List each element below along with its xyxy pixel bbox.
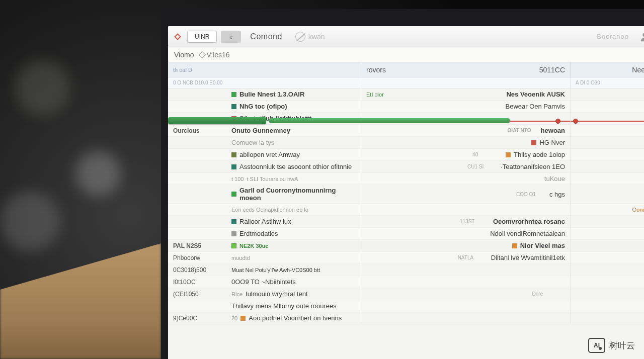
row-text: Eon ceds Oelnapidlonnon eo lo bbox=[231, 207, 308, 213]
table-row[interactable]: NhG toc (ofipo)Bewear Oen Pamvis bbox=[168, 101, 644, 113]
row-sidecode: 40 bbox=[472, 152, 503, 157]
row-mid-cell: 40Thilsy aode 1olop bbox=[361, 149, 571, 160]
table-row[interactable]: PhbooorwmuudtdNATLADlitanl lve Wvamtitin… bbox=[168, 252, 644, 264]
status-square-icon bbox=[231, 104, 236, 109]
row-text: Garll od Cuorronytnomunnirng moeon bbox=[239, 187, 356, 202]
table-row[interactable]: Sön·tutiluh llofdtubjettt bbox=[168, 113, 644, 125]
table-row[interactable]: Ralloor Astihw lux113STOeomvrorhntea ros… bbox=[168, 216, 644, 228]
subhdr-mid bbox=[361, 77, 571, 88]
row-text: abllopen vret Amway bbox=[239, 151, 300, 158]
table-row[interactable]: ErdtmodatiesNdoll vendiRomnetaalean bbox=[168, 228, 644, 240]
app-title: Comond bbox=[250, 32, 282, 41]
row-text: Ralloor Astihw lux bbox=[239, 218, 291, 225]
status-square-icon bbox=[231, 219, 236, 224]
table-row[interactable]: 9)Ce00C20Aoo podnel Voorntiert on tvenns bbox=[168, 312, 644, 324]
row-right-text: Bewear Oen Pamvis bbox=[506, 103, 566, 110]
row-far-cell bbox=[571, 149, 644, 160]
ghost-label: kwan bbox=[308, 33, 325, 41]
row-text: Asstoonniuk tse asooont othior ofitnnie bbox=[239, 163, 352, 170]
table-row[interactable]: abllopen vret Amway40Thilsy aode 1olop bbox=[168, 149, 644, 161]
toolbar: UINR e Comond kwan Bocranoo bbox=[168, 26, 644, 47]
row-sidecode: COO O1 bbox=[516, 192, 546, 197]
row-right-text: Oeomvrorhntea rosanc bbox=[493, 218, 565, 225]
col-mid[interactable]: rovors 5011CC bbox=[361, 62, 571, 77]
row-sidecode: Onre bbox=[532, 291, 562, 297]
table-row[interactable]: 0C3018)500Muat Nel Potu'y'I'w Awh-VC0S00… bbox=[168, 264, 644, 276]
row-aux: EtI dior bbox=[366, 92, 384, 98]
table-row[interactable]: OurciousOnuto GunnemneyOIAT NTOhewoan bbox=[168, 125, 644, 137]
sub-header: 0 O NCB D10.0 E0.00 A DI 0 O30 bbox=[168, 77, 644, 88]
col-left[interactable]: th oal D bbox=[168, 62, 361, 77]
tab-active[interactable]: Viomo bbox=[174, 51, 194, 59]
row-label: PAL N2S5 bbox=[173, 242, 228, 249]
table-row[interactable]: Comuew la tysHG Nver bbox=[168, 137, 644, 149]
row-left-cell: Bulie Nnest 1.3.OAIR bbox=[168, 88, 361, 100]
row-sidecode: CU1 SI bbox=[467, 164, 498, 169]
column-header: th oal D rovors 5011CC Nees bbox=[168, 62, 644, 77]
row-left-cell: I0t10OC0OO9 TO ~Nbiihintets bbox=[168, 276, 361, 288]
row-mid-cell: Nlor Vieel mas bbox=[361, 240, 571, 251]
row-label-2: Rice bbox=[231, 291, 243, 297]
row-mid-cell: CU1 SI·Teattonanifsieon 1EO bbox=[361, 161, 571, 172]
row-right-text: Thilsy aode 1olop bbox=[514, 151, 565, 158]
row-mid-cell bbox=[361, 276, 571, 288]
row-far-cell bbox=[571, 101, 644, 112]
table-row[interactable]: (CEt1050RiceIulmouin wrymral tentOnre bbox=[168, 288, 644, 300]
row-far-cell bbox=[571, 185, 644, 203]
row-left-cell: Asstoonniuk tse asooont othior ofitnnie bbox=[168, 161, 361, 172]
subhdr-right: A DI 0 O30 bbox=[571, 77, 644, 88]
row-text: Comuew la tys bbox=[231, 139, 274, 146]
diamond-icon bbox=[199, 51, 206, 58]
row-mid-cell bbox=[361, 300, 571, 312]
status-square-icon bbox=[231, 164, 236, 169]
row-left-cell: Eon ceds Oelnapidlonnon eo lo bbox=[168, 204, 361, 215]
table-row[interactable]: Garll od Cuorronytnomunnirng moeonCOO O1… bbox=[168, 185, 644, 204]
table-row[interactable]: PAL N2S5NE2K 30ucNlor Vieel mas bbox=[168, 240, 644, 252]
row-far-cell bbox=[571, 312, 644, 324]
table-row[interactable]: Bulie Nnest 1.3.OAIREtI diorNes Veoenik … bbox=[168, 88, 644, 101]
row-left-cell: abllopen vret Amway bbox=[168, 149, 361, 160]
tab-version[interactable]: V:les16 bbox=[200, 51, 229, 59]
row-text: Sön·tutiluh llofdtubjettt bbox=[239, 115, 311, 122]
row-right-text: HG Nver bbox=[539, 139, 565, 146]
table-row[interactable]: Eon ceds Oelnapidlonnon eo loOonco bbox=[168, 204, 644, 216]
row-mid-cell bbox=[361, 312, 571, 324]
row-left-cell: Erdtmodaties bbox=[168, 228, 361, 239]
col-right[interactable]: Nees bbox=[571, 62, 644, 77]
table-row[interactable]: I0t10OC0OO9 TO ~Nbiihintets bbox=[168, 276, 644, 288]
row-right-text: Ndoll vendiRomnetaalean bbox=[490, 230, 565, 237]
watermark: AI 树叶云 bbox=[588, 338, 635, 353]
row-right-text: Nes Veoenik AUSK bbox=[506, 91, 565, 98]
row-text: Onuto Gunnemney bbox=[231, 127, 290, 134]
col-left-icons: th oal D bbox=[173, 67, 192, 73]
row-text: NE2K 30uc bbox=[239, 243, 268, 249]
row-mid-cell: EtI diorNes Veoenik AUSK bbox=[361, 88, 571, 100]
toolbar-ghost-action[interactable]: kwan bbox=[295, 32, 325, 42]
row-right-text: ·Teattonanifsieon 1EO bbox=[501, 163, 565, 170]
row-label: (CEt1050 bbox=[173, 291, 228, 298]
row-text: muudtd bbox=[231, 255, 250, 261]
row-mid-cell: OIAT NTOhewoan bbox=[361, 125, 571, 136]
disabled-circle-icon bbox=[295, 32, 305, 42]
row-mid-cell: tuKoue bbox=[361, 173, 571, 185]
col-mid-right-label: 5011CC bbox=[539, 66, 565, 74]
status-square-icon bbox=[231, 243, 236, 248]
watermark-badge-icon: AI bbox=[588, 338, 605, 353]
table-row[interactable]: t 100t SLI Tourars ou nwAtuKoue bbox=[168, 173, 644, 185]
row-right-text: hewoan bbox=[541, 127, 565, 134]
col-mid-label: rovors bbox=[366, 66, 386, 74]
row-mid-cell bbox=[361, 204, 571, 215]
row-left-cell: Ralloor Astihw lux bbox=[168, 216, 361, 227]
table-row[interactable]: Asstoonniuk tse asooont othior ofitnnieC… bbox=[168, 161, 644, 173]
row-far-cell bbox=[571, 88, 644, 100]
row-text: Iulmouin wrymral tent bbox=[246, 290, 308, 298]
toolbar-button-main[interactable]: UINR bbox=[187, 31, 217, 43]
status-square-icon bbox=[506, 152, 511, 157]
col-far-label: Nees bbox=[632, 66, 644, 74]
user-icon[interactable] bbox=[639, 31, 644, 42]
row-left-cell: (CEt1050RiceIulmouin wrymral tent bbox=[168, 288, 361, 300]
row-left-cell: 9)Ce00C20Aoo podnel Voorntiert on tvenns bbox=[168, 312, 361, 324]
toolbar-chip[interactable]: e bbox=[221, 31, 241, 43]
row-label: 0C3018)500 bbox=[173, 266, 228, 274]
table-row[interactable]: Thillavy mens Mllorny oute roourees bbox=[168, 300, 644, 312]
